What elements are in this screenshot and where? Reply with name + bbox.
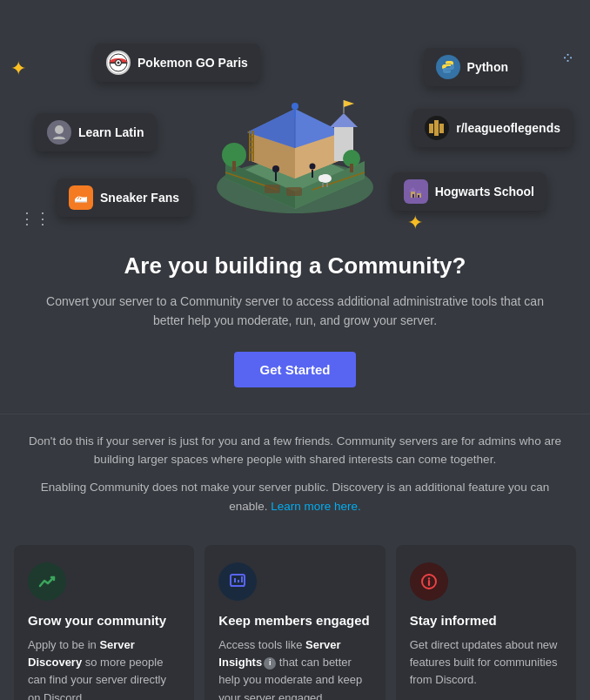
feature-card-engage: Keep members engaged Access tools like S… bbox=[204, 545, 385, 700]
svg-marker-13 bbox=[344, 100, 354, 107]
card-latin: Learn Latin bbox=[35, 113, 156, 151]
inform-icon-circle bbox=[410, 562, 448, 601]
engage-title: Keep members engaged bbox=[218, 613, 371, 628]
latin-label: Learn Latin bbox=[78, 125, 144, 139]
notice-2: Enabling Community does not make your se… bbox=[26, 478, 564, 515]
page-description: Convert your server to a Community serve… bbox=[35, 292, 555, 331]
grow-desc: Apply to be in Server Discovery so more … bbox=[28, 636, 180, 700]
inform-title: Stay informed bbox=[410, 613, 562, 628]
server-discovery-bold: Server Discovery bbox=[28, 638, 135, 669]
svg-rect-21 bbox=[232, 161, 236, 172]
svg-point-44 bbox=[55, 125, 64, 134]
svg-point-43 bbox=[448, 71, 450, 73]
league-icon bbox=[425, 116, 449, 140]
feature-card-inform: Stay informed Get direct updates about n… bbox=[396, 545, 576, 700]
svg-rect-45 bbox=[429, 124, 433, 133]
sneaker-label: Sneaker Fans bbox=[100, 191, 179, 205]
pokemon-label: Pokemon GO Paris bbox=[137, 56, 248, 70]
get-started-button[interactable]: Get Started bbox=[234, 352, 357, 387]
card-python: Python bbox=[424, 48, 520, 86]
notice-1: Don't do this if your server is just for… bbox=[26, 432, 564, 469]
svg-marker-51 bbox=[416, 190, 422, 193]
svg-point-61 bbox=[427, 577, 429, 579]
expand-icon: ⋮⋮ bbox=[19, 209, 50, 228]
svg-marker-50 bbox=[409, 187, 417, 192]
hogwarts-label: Hogwarts School bbox=[435, 185, 534, 199]
card-pokemon: Pokemon GO Paris bbox=[94, 44, 260, 82]
svg-point-35 bbox=[318, 175, 325, 182]
engage-icon-circle bbox=[218, 562, 257, 601]
python-label: Python bbox=[467, 60, 508, 74]
sparkle-blue-icon: ⁘ bbox=[561, 50, 574, 66]
community-cards-area: ✦ ✦ ✦ ⁘ ⋮⋮ bbox=[0, 17, 590, 244]
svg-rect-23 bbox=[350, 164, 353, 172]
svg-rect-57 bbox=[238, 580, 239, 582]
svg-point-24 bbox=[272, 165, 279, 172]
learn-more-link[interactable]: Learn more here. bbox=[271, 500, 361, 513]
svg-rect-52 bbox=[412, 194, 414, 198]
pokemon-icon bbox=[106, 50, 131, 75]
svg-point-28 bbox=[292, 103, 298, 110]
feature-card-grow: Grow your community Apply to be in Serve… bbox=[14, 545, 194, 700]
hogwarts-icon bbox=[404, 179, 428, 204]
svg-rect-46 bbox=[434, 120, 439, 136]
page-title: Are you building a Community? bbox=[35, 252, 555, 279]
grow-title: Grow your community bbox=[28, 613, 180, 628]
python-icon bbox=[436, 55, 460, 79]
card-league: r/leagueoflegends bbox=[412, 109, 573, 147]
feature-cards: Grow your community Apply to be in Serve… bbox=[0, 545, 590, 700]
league-label: r/leagueoflegends bbox=[456, 121, 560, 135]
text-section: Are you building a Community? Convert yo… bbox=[0, 244, 590, 414]
inform-desc: Get direct updates about new features bu… bbox=[410, 636, 562, 689]
engage-desc: Access tools like Server Insightsi that … bbox=[218, 636, 371, 700]
svg-rect-33 bbox=[286, 187, 302, 196]
svg-marker-11 bbox=[330, 113, 358, 127]
card-sneaker: Sneaker Fans bbox=[57, 178, 191, 217]
latin-icon bbox=[47, 120, 71, 145]
sparkle-yellow-icon: ✦ bbox=[407, 213, 423, 232]
hero-section: ✦ ✦ ✦ ⁘ ⋮⋮ bbox=[0, 0, 590, 414]
svg-rect-53 bbox=[418, 195, 419, 198]
info-icon: i bbox=[264, 657, 276, 670]
svg-rect-58 bbox=[241, 576, 243, 582]
server-insights-bold: Server Insights bbox=[218, 638, 340, 669]
svg-rect-32 bbox=[265, 185, 280, 193]
grow-icon-circle bbox=[28, 562, 66, 601]
svg-point-41 bbox=[117, 62, 120, 64]
sparkle-icon: ✦ bbox=[10, 59, 26, 78]
sneaker-icon bbox=[69, 185, 93, 210]
info-section: Don't do this if your server is just for… bbox=[0, 414, 590, 545]
svg-point-42 bbox=[446, 62, 447, 64]
svg-rect-47 bbox=[439, 124, 444, 133]
svg-point-26 bbox=[310, 164, 316, 170]
card-hogwarts: Hogwarts School bbox=[392, 172, 546, 211]
svg-rect-56 bbox=[234, 578, 236, 582]
